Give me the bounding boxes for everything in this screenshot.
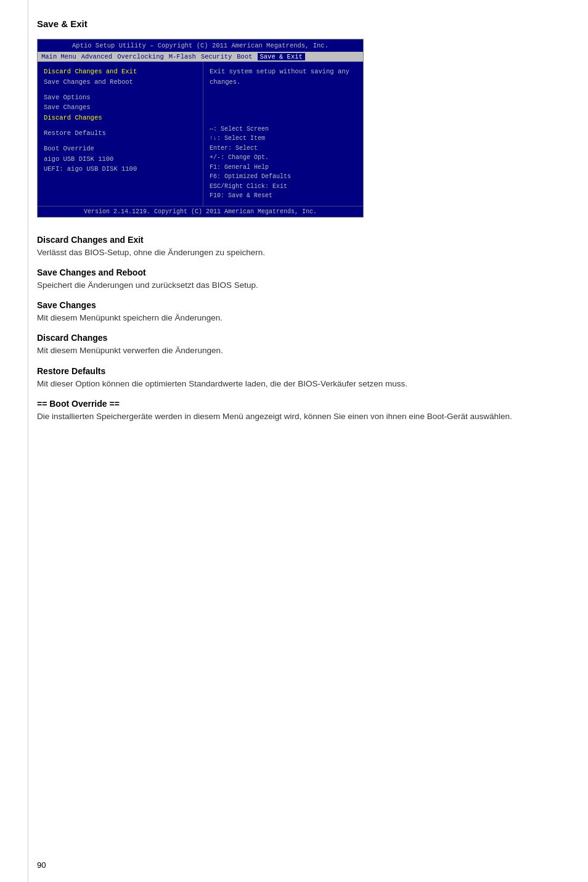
key-enter-select: Enter: Select <box>210 144 357 153</box>
bios-footer: Version 2.14.1219. Copyright (C) 2011 Am… <box>38 206 363 217</box>
menu-item-boot: Boot <box>237 53 252 60</box>
desc-discard-exit-title: Discard Changes and Exit <box>37 235 551 245</box>
bios-left-panel: Discard Changes and Exit Save Changes an… <box>38 62 203 206</box>
menu-restore-defaults: Restore Defaults <box>44 128 197 139</box>
bios-content: Discard Changes and Exit Save Changes an… <box>38 62 363 206</box>
desc-boot-override-text: Die installierten Speichergeräte werden … <box>37 410 551 423</box>
desc-save-changes-title: Save Changes <box>37 300 551 310</box>
desc-boot-override-title: == Boot Override == <box>37 399 551 409</box>
desc-restore-defaults-text: Mit dieser Option können die optimierten… <box>37 378 551 390</box>
menu-uefi-aigo-usb: UEFI: aigo USB DISK 1100 <box>44 164 197 174</box>
left-border <box>28 0 28 882</box>
desc-restore-defaults: Restore Defaults Mit dieser Option könne… <box>37 366 551 390</box>
menu-item-advanced: Advanced <box>81 53 112 60</box>
desc-restore-defaults-title: Restore Defaults <box>37 366 551 376</box>
menu-item-save-exit: Save & Exit <box>258 53 305 60</box>
menu-save-reboot: Save Changes and Reboot <box>44 77 197 88</box>
menu-save-options: Save Options <box>44 92 197 103</box>
desc-save-changes-text: Mit diesem Menüpunkt speichern die Änder… <box>37 312 551 324</box>
bios-right-panel: Exit system setup without saving any cha… <box>203 62 363 206</box>
desc-discard-changes-text: Mit diesem Menüpunkt verwerfen die Änder… <box>37 345 551 357</box>
page-container: Save & Exit Aptio Setup Utility – Copyri… <box>0 0 588 456</box>
menu-item-security: Security <box>201 53 232 60</box>
key-change-opt: +/-: Change Opt. <box>210 153 357 163</box>
bios-description: Exit system setup without saving any cha… <box>210 67 357 88</box>
key-f6-defaults: F6: Optimized Defaults <box>210 172 357 182</box>
descriptions-section: Discard Changes and Exit Verlässt das BI… <box>37 235 551 423</box>
menu-boot-override-label: Boot Override <box>44 144 197 154</box>
section-title: Save & Exit <box>37 18 551 29</box>
desc-save-changes: Save Changes Mit diesem Menüpunkt speich… <box>37 300 551 324</box>
menu-discard-exit: Discard Changes and Exit <box>44 67 197 77</box>
menu-item-overclocking: Overclocking <box>117 53 164 60</box>
menu-discard-changes: Discard Changes <box>44 113 197 123</box>
menu-save-changes: Save Changes <box>44 102 197 113</box>
bios-header: Aptio Setup Utility – Copyright (C) 2011… <box>38 39 363 52</box>
desc-save-reboot: Save Changes and Reboot Speichert die Än… <box>37 267 551 292</box>
key-select-screen: ↔: Select Screen <box>210 125 357 134</box>
key-f1-help: F1: General Help <box>210 163 357 173</box>
key-select-item: ↑↓: Select Item <box>210 134 357 144</box>
desc-save-reboot-text: Speichert die Änderungen und zurücksetzt… <box>37 279 551 292</box>
key-esc-exit: ESC/Right Click: Exit <box>210 182 357 192</box>
desc-save-reboot-title: Save Changes and Reboot <box>37 267 551 277</box>
bios-screenshot: Aptio Setup Utility – Copyright (C) 2011… <box>37 39 364 218</box>
desc-boot-override: == Boot Override == Die installierten Sp… <box>37 399 551 423</box>
bios-keybindings: ↔: Select Screen ↑↓: Select Item Enter: … <box>210 125 357 201</box>
menu-item-main: Main Menu <box>41 53 76 60</box>
key-f10-save: F10: Save & Reset <box>210 191 357 201</box>
desc-discard-exit-text: Verlässt das BIOS-Setup, ohne die Änderu… <box>37 247 551 259</box>
menu-item-mflash: M-Flash <box>169 53 196 60</box>
bios-menubar: Main Menu Advanced Overclocking M-Flash … <box>38 52 363 62</box>
desc-discard-changes-title: Discard Changes <box>37 333 551 343</box>
desc-discard-exit: Discard Changes and Exit Verlässt das BI… <box>37 235 551 259</box>
desc-discard-changes: Discard Changes Mit diesem Menüpunkt ver… <box>37 333 551 357</box>
menu-aigo-usb: aigo USB DISK 1100 <box>44 154 197 165</box>
page-number: 90 <box>37 860 46 870</box>
